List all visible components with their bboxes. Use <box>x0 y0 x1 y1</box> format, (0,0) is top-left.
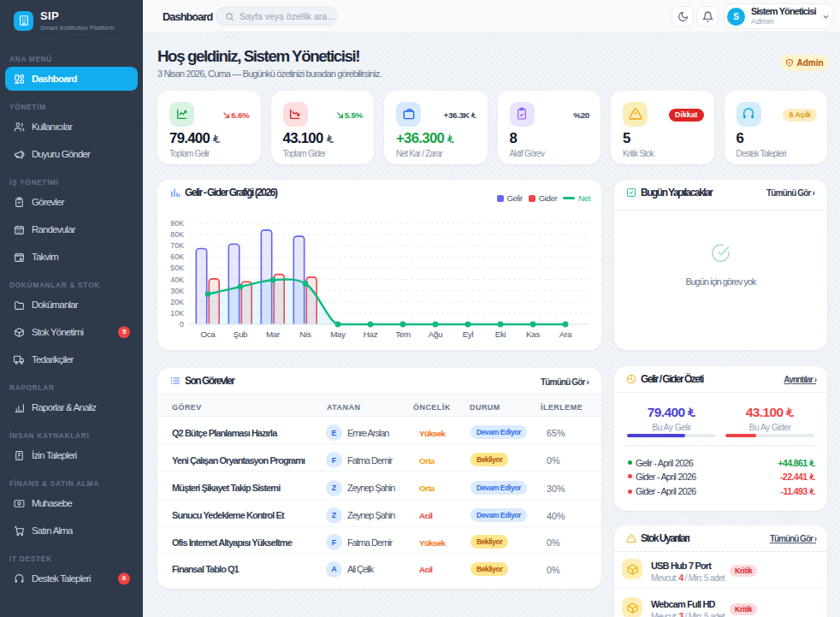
svg-text:0: 0 <box>180 320 184 329</box>
svg-text:Tem: Tem <box>395 329 411 339</box>
svg-text:60K: 60K <box>170 252 184 261</box>
svg-text:Haz: Haz <box>364 329 378 339</box>
svg-text:Ağu: Ağu <box>429 329 443 339</box>
svg-text:80K: 80K <box>170 230 184 239</box>
svg-text:70K: 70K <box>170 241 184 250</box>
svg-text:20K: 20K <box>170 298 184 306</box>
svg-text:10K: 10K <box>170 309 184 317</box>
svg-text:May: May <box>330 329 346 339</box>
svg-text:Şub: Şub <box>234 329 248 339</box>
svg-text:Eki: Eki <box>495 329 506 339</box>
svg-text:Nis: Nis <box>299 329 311 339</box>
svg-text:Eyl: Eyl <box>463 329 474 339</box>
svg-text:40K: 40K <box>170 276 184 284</box>
svg-text:Ara: Ara <box>559 329 572 339</box>
svg-text:90K: 90K <box>170 219 184 228</box>
svg-text:30K: 30K <box>170 287 184 295</box>
svg-text:Kas: Kas <box>526 329 540 339</box>
svg-text:Oca: Oca <box>200 329 216 339</box>
svg-text:Mar: Mar <box>266 329 281 339</box>
svg-text:50K: 50K <box>170 264 184 272</box>
